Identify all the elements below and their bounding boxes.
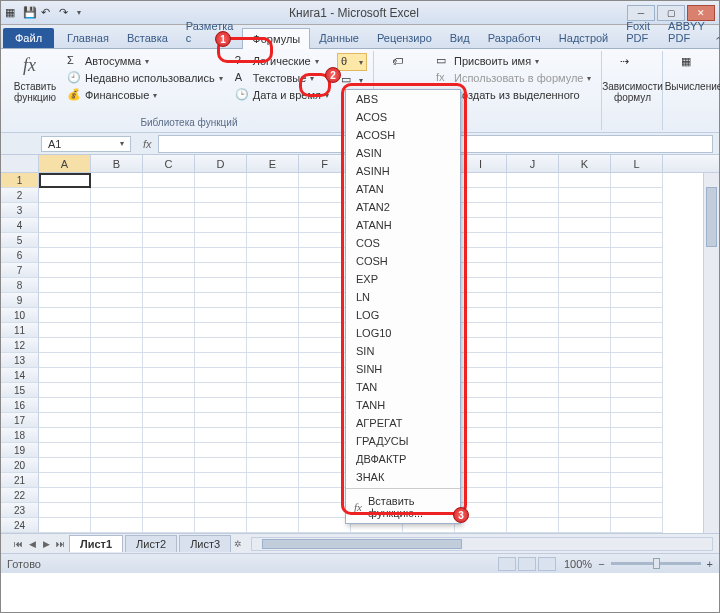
cell[interactable] (507, 173, 559, 188)
cell[interactable] (143, 278, 195, 293)
logical-button[interactable]: ?Логические▾ (231, 53, 333, 69)
zoom-knob[interactable] (653, 558, 660, 569)
dropdown-item[interactable]: ACOSH (346, 126, 460, 144)
cell[interactable] (611, 308, 663, 323)
cell[interactable] (143, 323, 195, 338)
cell[interactable] (559, 278, 611, 293)
tab-abbyy[interactable]: ABBYY PDF (659, 16, 714, 48)
cell[interactable] (143, 473, 195, 488)
cell[interactable] (39, 473, 91, 488)
cell[interactable] (299, 218, 351, 233)
undo-icon[interactable]: ↶ (41, 6, 55, 20)
cell[interactable] (195, 518, 247, 533)
cell[interactable] (39, 518, 91, 533)
cell[interactable] (299, 338, 351, 353)
cell[interactable] (39, 368, 91, 383)
cell[interactable] (91, 188, 143, 203)
cell[interactable] (507, 263, 559, 278)
cell[interactable] (91, 338, 143, 353)
cell[interactable] (455, 203, 507, 218)
cell[interactable] (299, 413, 351, 428)
cell[interactable] (247, 428, 299, 443)
cell[interactable] (195, 233, 247, 248)
cell[interactable] (143, 413, 195, 428)
row-header[interactable]: 14 (1, 368, 39, 383)
col-header-J[interactable]: J (507, 155, 559, 172)
cell[interactable] (611, 248, 663, 263)
sheet-tab-2[interactable]: Лист2 (125, 535, 177, 552)
cell[interactable] (507, 368, 559, 383)
cell[interactable] (143, 383, 195, 398)
dropdown-item[interactable]: ATAN2 (346, 198, 460, 216)
cell[interactable] (299, 203, 351, 218)
cell[interactable] (559, 443, 611, 458)
cell[interactable] (91, 428, 143, 443)
cell[interactable] (611, 458, 663, 473)
cell[interactable] (299, 368, 351, 383)
cell[interactable] (507, 443, 559, 458)
cell[interactable] (91, 368, 143, 383)
row-header[interactable]: 5 (1, 233, 39, 248)
cell[interactable] (611, 383, 663, 398)
cell[interactable] (247, 233, 299, 248)
save-icon[interactable]: 💾 (23, 6, 37, 20)
cell[interactable] (611, 338, 663, 353)
cell[interactable] (195, 443, 247, 458)
cell[interactable] (143, 518, 195, 533)
cell[interactable] (195, 323, 247, 338)
cell[interactable] (143, 293, 195, 308)
dropdown-item[interactable]: ACOS (346, 108, 460, 126)
cell[interactable] (39, 488, 91, 503)
col-header-I[interactable]: I (455, 155, 507, 172)
zoom-slider[interactable] (611, 562, 701, 565)
dropdown-item[interactable]: АГРЕГАТ (346, 414, 460, 432)
row-header[interactable]: 24 (1, 518, 39, 533)
cell[interactable] (299, 173, 351, 188)
cell[interactable] (247, 443, 299, 458)
cell[interactable] (611, 413, 663, 428)
sheet-nav-last[interactable]: ⏭ (53, 539, 67, 549)
cell[interactable] (507, 323, 559, 338)
cell[interactable] (143, 308, 195, 323)
horizontal-scrollbar[interactable] (251, 537, 713, 551)
cell[interactable] (195, 398, 247, 413)
cell[interactable] (39, 218, 91, 233)
cell[interactable] (299, 293, 351, 308)
cell[interactable] (559, 338, 611, 353)
math-trig-button[interactable]: θ▾ (337, 53, 367, 71)
row-header[interactable]: 9 (1, 293, 39, 308)
vertical-scrollbar[interactable] (703, 173, 719, 533)
row-header[interactable]: 4 (1, 218, 39, 233)
cell[interactable] (299, 398, 351, 413)
tab-home[interactable]: Главная (58, 28, 118, 48)
cell[interactable] (299, 353, 351, 368)
cell[interactable] (195, 293, 247, 308)
cell[interactable] (39, 233, 91, 248)
cell[interactable] (195, 473, 247, 488)
cell[interactable] (39, 248, 91, 263)
sheet-tab-1[interactable]: Лист1 (69, 535, 123, 552)
cell[interactable] (143, 203, 195, 218)
row-header[interactable]: 1 (1, 173, 39, 188)
cell[interactable] (559, 188, 611, 203)
row-header[interactable]: 7 (1, 263, 39, 278)
col-header-F[interactable]: F (299, 155, 351, 172)
tab-data[interactable]: Данные (310, 28, 368, 48)
cell[interactable] (559, 218, 611, 233)
cell[interactable] (195, 248, 247, 263)
cell[interactable] (455, 233, 507, 248)
cell[interactable] (143, 338, 195, 353)
cell[interactable] (455, 383, 507, 398)
cell[interactable] (299, 233, 351, 248)
cell[interactable] (247, 308, 299, 323)
cell[interactable] (247, 458, 299, 473)
zoom-in-button[interactable]: + (707, 558, 713, 570)
cell[interactable] (611, 353, 663, 368)
cell[interactable] (91, 203, 143, 218)
cell[interactable] (611, 323, 663, 338)
cell[interactable] (611, 188, 663, 203)
cell[interactable] (611, 278, 663, 293)
cell[interactable] (299, 503, 351, 518)
cell[interactable] (195, 218, 247, 233)
cell[interactable] (455, 248, 507, 263)
